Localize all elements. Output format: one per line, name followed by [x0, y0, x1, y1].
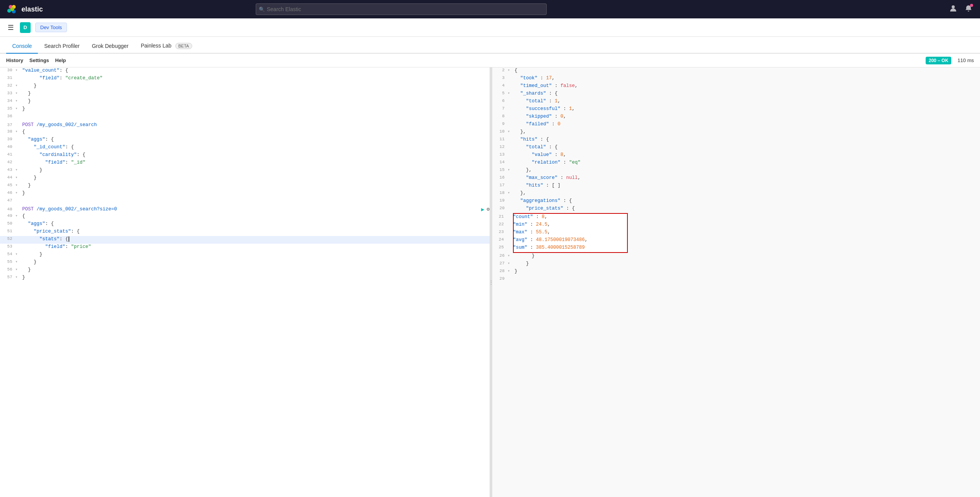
hamburger-menu-button[interactable]: ☰: [6, 22, 15, 33]
help-button[interactable]: Help: [55, 56, 66, 65]
response-line-3: 3 "took" : 17,: [492, 75, 980, 83]
user-avatar: D: [20, 22, 31, 33]
response-line-23: 23 "max" : 55.5,: [514, 229, 627, 237]
editor-line-51: 51 "price_stats": {: [0, 228, 490, 236]
response-line-21: 21 "count" : 8,: [514, 214, 627, 221]
navbar-right: [948, 3, 974, 16]
response-line-7: 7 "successful" : 1,: [492, 106, 980, 113]
response-highlight-group: 21 "count" : 8, 22 "min" : 24.5, 23 "max…: [513, 213, 628, 253]
elastic-logo-icon: [6, 3, 18, 15]
editor-line-39: 39 "aggs": {: [0, 136, 490, 144]
status-badge: 200 – OK: [926, 57, 951, 64]
editor-line-40: 40 "_id_count": {: [0, 144, 490, 152]
main-content: 30 ▾ "value_count": { 31 "field": "creat…: [0, 67, 980, 497]
response-line-5: 5 ▾ "_shards" : {: [492, 90, 980, 98]
tab-painless-lab[interactable]: Painless Lab BETA: [135, 39, 198, 54]
response-line-2: 2 ▾ {: [492, 67, 980, 75]
editor-line-57: 57 ▾ }: [0, 274, 490, 282]
response-line-25: 25 "sum" : 385.4000015258789: [514, 244, 627, 252]
response-line-29: 29: [492, 276, 980, 284]
line-actions: ▶ ⚙: [481, 206, 490, 213]
editor-line-36: 36: [0, 113, 490, 121]
editor-line-45: 45 ▾ }: [0, 182, 490, 190]
editor-line-35: 35 ▾ }: [0, 106, 490, 113]
editor-line-38: 38 ▾ {: [0, 129, 490, 136]
response-panel: 2 ▾ { 3 "took" : 17, 4 "timed_out" : fal…: [492, 67, 980, 497]
response-line-13: 13 "value" : 8,: [492, 152, 980, 159]
editor-line-50: 50 "aggs": {: [0, 221, 490, 228]
editor-line-37: 37 POST /my_goods_002/_search: [0, 121, 490, 129]
user-profile-icon-btn[interactable]: [948, 3, 959, 16]
svg-point-4: [10, 7, 14, 11]
tab-console[interactable]: Console: [6, 39, 38, 54]
editor-line-53: 53 "field": "price": [0, 244, 490, 251]
response-line-14: 14 "relation" : "eq": [492, 159, 980, 167]
history-button[interactable]: History: [6, 56, 23, 65]
app-title: elastic: [21, 5, 43, 13]
resize-handle[interactable]: [490, 67, 492, 497]
response-line-10: 10 ▾ },: [492, 129, 980, 136]
link-icon[interactable]: ⚙: [487, 206, 490, 212]
notifications-icon-btn[interactable]: [963, 3, 974, 16]
tab-bar: Console Search Profiler Grok Debugger Pa…: [0, 37, 980, 54]
response-line-28: 28 ▾ }: [492, 268, 980, 276]
editor-line-30: 30 ▾ "value_count": {: [0, 67, 490, 75]
response-line-8: 8 "skipped" : 0,: [492, 113, 980, 121]
app-logo: elastic: [6, 3, 52, 15]
response-line-9: 9 "failed" : 0: [492, 121, 980, 129]
editor-line-31: 31 "field": "create_date": [0, 75, 490, 83]
editor-panel: 30 ▾ "value_count": { 31 "field": "creat…: [0, 67, 490, 497]
editor-line-46: 46 ▾ }: [0, 190, 490, 198]
response-line-11: 11 "hits" : {: [492, 136, 980, 144]
response-line-16: 16 "max_score" : null,: [492, 175, 980, 182]
editor-code-area[interactable]: 30 ▾ "value_count": { 31 "field": "creat…: [0, 67, 490, 497]
editor-line-33: 33 ▾ }: [0, 90, 490, 98]
response-code-area[interactable]: 2 ▾ { 3 "took" : 17, 4 "timed_out" : fal…: [492, 67, 980, 497]
dev-tools-button[interactable]: Dev Tools: [35, 23, 67, 32]
response-line-18: 18 ▾ },: [492, 190, 980, 198]
editor-line-55: 55 ▾ }: [0, 259, 490, 267]
response-line-27: 27 ▾ }: [492, 261, 980, 268]
editor-line-54: 54 ▾ }: [0, 251, 490, 259]
global-search: 🔍: [256, 3, 547, 15]
navbar: elastic 🔍: [0, 0, 980, 18]
svg-point-5: [952, 5, 955, 8]
tab-search-profiler[interactable]: Search Profiler: [38, 39, 86, 54]
editor-line-49: 49 ▾ {: [0, 213, 490, 221]
user-icon: [949, 5, 957, 12]
toolbar: History Settings Help 200 – OK 110 ms: [0, 54, 980, 67]
editor-line-52: 52 "stats": {: [0, 236, 490, 244]
tab-grok-debugger[interactable]: Grok Debugger: [86, 39, 135, 54]
response-line-12: 12 "total" : {: [492, 144, 980, 152]
response-line-6: 6 "total" : 1,: [492, 98, 980, 106]
editor-line-41: 41 "cardinality": {: [0, 152, 490, 159]
response-line-4: 4 "timed_out" : false,: [492, 83, 980, 90]
secondary-bar: ☰ D Dev Tools: [0, 18, 980, 37]
beta-badge: BETA: [175, 43, 192, 49]
global-search-input[interactable]: [256, 3, 547, 15]
settings-button[interactable]: Settings: [29, 56, 49, 65]
editor-line-34: 34 ▾ }: [0, 98, 490, 106]
editor-line-43: 43 ▾ }: [0, 167, 490, 175]
response-line-24: 24 "avg" : 48.17500019073486,: [514, 237, 627, 244]
editor-line-56: 56 ▾ }: [0, 267, 490, 274]
run-query-icon[interactable]: ▶: [481, 206, 484, 213]
timing-indicator: 110 ms: [957, 57, 974, 63]
editor-line-32: 32 ▾ }: [0, 83, 490, 90]
response-line-26: 26 ▾ }: [492, 253, 980, 261]
response-line-22: 22 "min" : 24.5,: [514, 221, 627, 229]
editor-line-48: 48 POST /my_goods_002/_search?size=0 ▶ ⚙: [0, 205, 490, 213]
notification-badge: [970, 4, 973, 7]
editor-line-42: 42 "field": "_id": [0, 159, 490, 167]
search-icon: 🔍: [259, 7, 265, 12]
editor-line-47: 47: [0, 198, 490, 205]
response-line-20: 20 "price_stats" : {: [492, 205, 980, 213]
response-line-15: 15 ▾ },: [492, 167, 980, 175]
response-line-17: 17 "hits" : [ ]: [492, 182, 980, 190]
response-line-19: 19 "aggregations" : {: [492, 198, 980, 205]
editor-line-44: 44 ▾ }: [0, 175, 490, 182]
